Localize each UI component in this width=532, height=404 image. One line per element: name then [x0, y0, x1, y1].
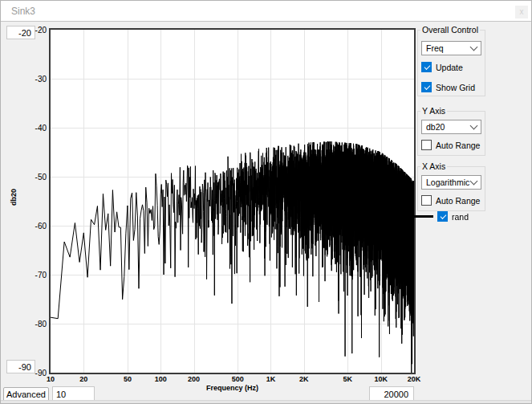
legend-line-swatch — [413, 215, 433, 218]
chevron-down-icon — [470, 122, 478, 130]
x-tick-label: 2K — [288, 375, 320, 383]
y-axis-dropdown[interactable]: db20 — [421, 120, 481, 134]
x-auto-range-checkbox[interactable] — [421, 195, 432, 206]
window-title: Sink3 — [11, 6, 35, 17]
close-icon[interactable]: x — [515, 6, 528, 18]
x-tick-label: 50 — [112, 375, 144, 383]
show-grid-checkbox-label: Show Grid — [436, 83, 475, 92]
overall-control-dropdown[interactable]: Freq — [421, 41, 481, 55]
y-tick-label: -90 — [15, 369, 47, 377]
y-tick-label: -60 — [15, 222, 47, 231]
y-auto-range-label: Auto Range — [436, 141, 480, 150]
legend: rand — [413, 211, 469, 222]
y-axis-label: db20 — [10, 189, 18, 206]
y-tick-label: -40 — [15, 124, 47, 133]
chevron-down-icon — [470, 178, 478, 186]
x-axis-label: Frequency (Hz) — [51, 384, 414, 392]
update-checkbox[interactable] — [421, 62, 432, 72]
show-grid-checkbox[interactable] — [421, 82, 432, 92]
overall-control-group: Overall Control Freq Update Show Grid — [417, 30, 485, 96]
x-axis-dropdown[interactable]: Logarithmic — [421, 175, 481, 190]
y-axis-group: Y Axis db20 Auto Range — [417, 111, 485, 156]
x-tick-label: 20K — [398, 375, 430, 383]
y-axis-group-title: Y Axis — [420, 106, 447, 116]
y-tick-label: -80 — [15, 320, 47, 329]
x-axis-dropdown-value: Logarithmic — [426, 178, 469, 187]
title-bar: Sink3 x — [1, 1, 531, 22]
x-tick-label: 500 — [221, 375, 254, 383]
x-tick-label: 20 — [67, 375, 99, 383]
y-auto-range-checkbox[interactable] — [421, 140, 432, 150]
spectrum-plot[interactable] — [49, 28, 416, 374]
y-tick-label: -70 — [15, 271, 47, 280]
x-axis-group-title: X Axis — [420, 161, 447, 171]
x-auto-range-label: Auto Range — [436, 196, 480, 206]
x-tick-label: 10K — [365, 375, 397, 383]
x-axis-group: X Axis Logarithmic Auto Range — [417, 166, 485, 211]
y-axis-dropdown-value: db20 — [426, 122, 445, 132]
overall-control-dropdown-value: Freq — [426, 43, 444, 53]
chevron-down-icon — [470, 43, 478, 51]
update-checkbox-label: Update — [436, 63, 463, 72]
y-tick-label: -30 — [15, 75, 47, 84]
update-checkbox-row[interactable]: Update — [421, 62, 463, 72]
window-bottom-edge — [1, 400, 531, 403]
legend-rand-label: rand — [452, 212, 469, 222]
legend-rand-checkbox[interactable] — [437, 211, 448, 222]
app-window: Sink3 x db20 Frequency (Hz) Advanced Ove… — [0, 0, 532, 404]
y-auto-range-row[interactable]: Auto Range — [421, 140, 480, 150]
spectrum-canvas[interactable] — [51, 30, 414, 373]
y-tick-label: -20 — [15, 26, 47, 35]
x-tick-label: 100 — [144, 375, 177, 383]
x-tick-label: 1K — [254, 375, 286, 383]
x-tick-label: 5K — [331, 375, 363, 383]
show-grid-checkbox-row[interactable]: Show Grid — [421, 82, 475, 92]
overall-control-group-title: Overall Control — [420, 25, 480, 35]
x-tick-label: 200 — [178, 375, 210, 383]
x-auto-range-row[interactable]: Auto Range — [421, 195, 480, 206]
y-tick-label: -50 — [15, 173, 47, 182]
